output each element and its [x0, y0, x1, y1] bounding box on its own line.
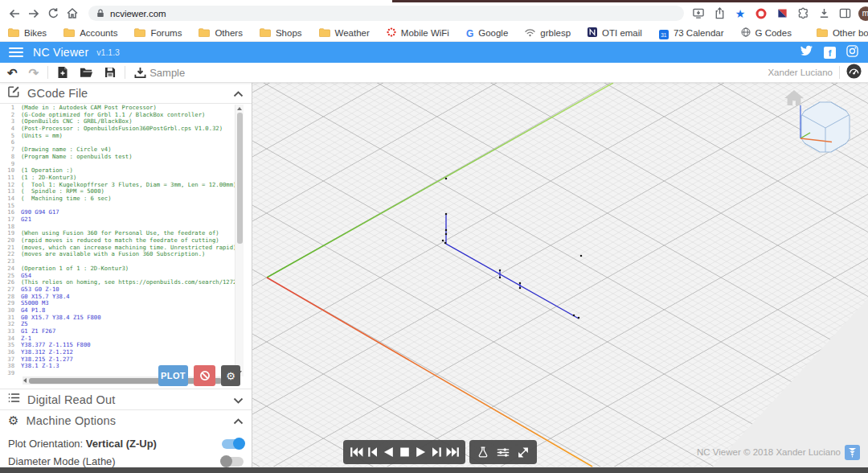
gcode-line[interactable]: 34Z-1 — [0, 335, 235, 343]
gcode-line[interactable]: 31G0 X15.7 Y38.4 Z15 F800 — [0, 315, 235, 322]
gcode-line[interactable]: 2(G-Code optimized for Grbl 1.1 / BlackB… — [0, 112, 235, 119]
scroll-up-arrow[interactable] — [237, 107, 242, 110]
gcode-line[interactable]: 23 — [0, 258, 235, 265]
bookmark-item[interactable]: Mobile WiFi — [387, 26, 449, 40]
gcode-line[interactable]: 4(Post-Processor : OpenbuildsFusion360Po… — [0, 125, 235, 133]
gcode-line[interactable]: 33G1 Z1 F267 — [0, 328, 235, 335]
gcode-line[interactable]: 20(rapid moves is reduced to match the f… — [0, 237, 235, 245]
gcode-line[interactable]: 14( Machining time : 6 sec) — [0, 195, 235, 203]
diameter-mode-toggle[interactable] — [222, 457, 244, 467]
bookmark-item[interactable]: Bikes — [8, 26, 47, 40]
gcode-line[interactable]: 7(Drawing name : Circle v4) — [0, 146, 235, 154]
bookmark-item[interactable]: Forums — [134, 26, 182, 40]
gcode-line[interactable]: 24(Operation 1 of 1 : 2D-Kontur3) — [0, 265, 235, 273]
step-back-button[interactable] — [364, 443, 380, 461]
redo-button[interactable]: ↷ — [23, 63, 45, 82]
bookmark-item[interactable]: Others — [199, 26, 243, 40]
downloads-icon[interactable] — [814, 5, 833, 23]
plot-canvas[interactable] — [252, 83, 868, 467]
gcode-line[interactable]: 17G21 — [0, 216, 235, 224]
bookmark-item[interactable]: Shops — [260, 26, 302, 40]
gcode-line[interactable]: 27G53 G0 Z-10 — [0, 286, 235, 294]
gcode-file-header[interactable]: GCode File — [0, 83, 252, 104]
gcode-line[interactable]: 11(1 : 2D-Kontur3) — [0, 175, 235, 182]
bookmark-item[interactable]: grblesp — [525, 26, 571, 40]
bookmark-item[interactable]: Weather — [319, 26, 370, 40]
bookmark-item[interactable]: Accounts — [63, 26, 117, 40]
gcode-line[interactable]: 21(moves, which can increase machining t… — [0, 245, 235, 252]
gcode-line[interactable]: 25G54 — [0, 273, 235, 280]
extension-red-ring-icon[interactable] — [751, 5, 771, 23]
gcode-line[interactable]: 19(When using Fusion 360 for Personal Us… — [0, 230, 235, 237]
bookmark-item[interactable]: GGoogle — [466, 26, 508, 40]
gcode-line[interactable]: 12( Tool 1: Kugelkopffrser 3 Flutes, Dia… — [0, 182, 235, 189]
gcode-line[interactable]: 18 — [0, 224, 235, 231]
step-forward-button[interactable] — [428, 443, 444, 461]
gcode-line[interactable]: 36Y38.312 Z-1.212 — [0, 349, 235, 356]
bookmark-star-icon[interactable]: ★ — [731, 5, 750, 23]
profile-avatar[interactable]: m — [856, 5, 868, 23]
install-icon[interactable] — [689, 5, 708, 23]
skip-start-button[interactable] — [348, 443, 364, 461]
plot-orientation-toggle[interactable] — [222, 439, 244, 449]
save-file-button[interactable] — [99, 63, 121, 82]
reload-icon[interactable] — [43, 5, 63, 23]
gcode-line[interactable]: 30G4 P1.8 — [0, 307, 235, 315]
machine-options-header[interactable]: ⚙ Machine Options — [0, 409, 252, 430]
gcode-line[interactable]: 1(Made in : Autodesk CAM Post Processor) — [0, 105, 235, 112]
stop-button[interactable] — [396, 443, 412, 461]
chevron-up-icon[interactable] — [233, 413, 244, 428]
sample-label[interactable]: Sample — [149, 67, 185, 79]
new-file-button[interactable] — [51, 63, 74, 82]
gcode-line[interactable]: 8(Program Name : openbuilds test) — [0, 154, 235, 161]
plot-button[interactable]: PLOT — [158, 365, 188, 386]
gcode-line[interactable]: 13( Spindle : RPM = 5000) — [0, 188, 235, 195]
gcode-line[interactable]: 35Y38.377 Z-1.115 F800 — [0, 342, 235, 349]
gcode-line[interactable]: 29S5000 M3 — [0, 300, 235, 307]
home-icon[interactable] — [63, 5, 82, 23]
user-gauge-avatar[interactable] — [846, 64, 862, 82]
bookmark-item[interactable]: OTI email — [588, 26, 642, 40]
gcode-line[interactable]: 9 — [0, 161, 235, 168]
gcode-line[interactable]: 26(This relies on homing, see https://op… — [0, 279, 235, 286]
gcode-line[interactable]: 15 — [0, 203, 235, 210]
address-bar[interactable]: ncviewer.com — [88, 6, 684, 21]
load-sample-button[interactable] — [129, 63, 148, 82]
probe-button[interactable] — [475, 443, 491, 461]
editor-vertical-scrollbar[interactable] — [235, 105, 244, 376]
gcode-line[interactable]: 28G0 X15.7 Y38.4 — [0, 294, 235, 301]
gcode-line[interactable]: 37Y38.215 Z-1.277 — [0, 356, 235, 364]
twitter-icon[interactable] — [800, 45, 813, 60]
clear-button[interactable] — [194, 365, 215, 386]
gcode-line[interactable]: 32Z5 — [0, 321, 235, 328]
gcode-line[interactable]: 6 — [0, 139, 235, 146]
back-icon[interactable] — [5, 5, 24, 23]
nc-viewer-logo[interactable] — [845, 445, 860, 460]
plot-viewport[interactable] — [252, 83, 868, 467]
skip-end-button[interactable] — [444, 443, 461, 461]
undo-button[interactable]: ↶ — [2, 63, 23, 82]
vertical-scroll-thumb[interactable] — [237, 113, 243, 244]
gcode-line[interactable]: 22(moves are available with a Fusion 360… — [0, 251, 235, 258]
extensions-puzzle-icon[interactable] — [793, 5, 813, 23]
play-reverse-button[interactable] — [380, 443, 396, 461]
gcode-line[interactable]: 5(Units = mm) — [0, 133, 235, 140]
side-panel-icon[interactable] — [835, 5, 854, 23]
bookmark-item[interactable]: G Codes — [741, 26, 792, 40]
gcode-editor[interactable]: 1(Made in : Autodesk CAM Post Processor)… — [0, 105, 235, 376]
digital-readout-header[interactable]: Digital Read Out — [0, 389, 252, 409]
menu-icon[interactable] — [9, 47, 23, 57]
open-file-button[interactable] — [74, 63, 99, 82]
facebook-icon[interactable]: f — [824, 47, 836, 59]
instagram-icon[interactable] — [846, 45, 858, 60]
chevron-up-icon[interactable] — [233, 86, 244, 101]
view-cube[interactable] — [801, 102, 850, 152]
chevron-down-icon[interactable] — [233, 393, 244, 407]
sliders-button[interactable] — [495, 443, 511, 461]
extension-flag-icon[interactable] — [772, 5, 792, 23]
gcode-line[interactable]: 3(OpenBuilds CNC : GRBL/BlackBox) — [0, 118, 235, 125]
gcode-line[interactable]: 16G90 G94 G17 — [0, 209, 235, 216]
gcode-line[interactable]: 10(1 Operation :) — [0, 167, 235, 175]
scroll-left-arrow[interactable] — [23, 378, 27, 383]
forward-icon[interactable] — [24, 5, 43, 23]
